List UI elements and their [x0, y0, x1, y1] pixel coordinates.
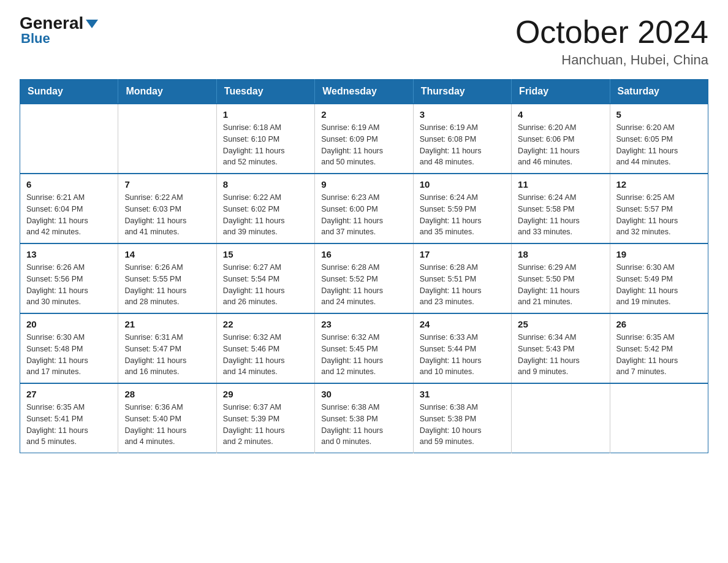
day-info: Sunrise: 6:20 AM Sunset: 6:05 PM Dayligh…: [616, 122, 702, 168]
day-number: 12: [616, 179, 702, 190]
day-number: 14: [124, 249, 210, 259]
day-info: Sunrise: 6:38 AM Sunset: 5:38 PM Dayligh…: [321, 402, 406, 448]
day-number: 17: [420, 249, 505, 259]
day-number: 6: [26, 179, 112, 190]
logo: General Blue: [20, 15, 98, 47]
calendar-day-cell: 15Sunrise: 6:27 AM Sunset: 5:54 PM Dayli…: [216, 243, 314, 313]
calendar-day-cell: 26Sunrise: 6:35 AM Sunset: 5:42 PM Dayli…: [610, 313, 708, 383]
calendar-day-cell: 9Sunrise: 6:23 AM Sunset: 6:00 PM Daylig…: [315, 174, 413, 243]
day-of-week-header: Wednesday: [315, 80, 413, 104]
day-info: Sunrise: 6:28 AM Sunset: 5:52 PM Dayligh…: [321, 262, 406, 308]
day-number: 1: [223, 109, 308, 120]
day-info: Sunrise: 6:30 AM Sunset: 5:49 PM Dayligh…: [616, 262, 702, 308]
calendar-day-cell: [512, 383, 610, 453]
day-number: 16: [321, 249, 406, 259]
calendar-day-cell: 4Sunrise: 6:20 AM Sunset: 6:06 PM Daylig…: [512, 104, 610, 174]
day-number: 11: [518, 179, 603, 190]
day-number: 29: [223, 389, 308, 399]
logo-blue-text: Blue: [21, 31, 50, 47]
calendar-day-cell: 14Sunrise: 6:26 AM Sunset: 5:55 PM Dayli…: [118, 243, 216, 313]
day-info: Sunrise: 6:23 AM Sunset: 6:00 PM Dayligh…: [321, 192, 406, 238]
calendar-day-cell: 28Sunrise: 6:36 AM Sunset: 5:40 PM Dayli…: [118, 383, 216, 453]
day-info: Sunrise: 6:35 AM Sunset: 5:42 PM Dayligh…: [616, 332, 702, 378]
calendar-day-cell: 6Sunrise: 6:21 AM Sunset: 6:04 PM Daylig…: [20, 174, 118, 243]
calendar-day-cell: 7Sunrise: 6:22 AM Sunset: 6:03 PM Daylig…: [118, 174, 216, 243]
calendar-week-row: 27Sunrise: 6:35 AM Sunset: 5:41 PM Dayli…: [20, 383, 708, 453]
day-info: Sunrise: 6:34 AM Sunset: 5:43 PM Dayligh…: [518, 332, 603, 378]
day-info: Sunrise: 6:30 AM Sunset: 5:48 PM Dayligh…: [26, 332, 112, 378]
calendar-title: October 2024: [515, 15, 708, 50]
day-info: Sunrise: 6:22 AM Sunset: 6:02 PM Dayligh…: [223, 192, 308, 238]
day-number: 18: [518, 249, 603, 259]
calendar-week-row: 1Sunrise: 6:18 AM Sunset: 6:10 PM Daylig…: [20, 104, 708, 174]
calendar-day-cell: 16Sunrise: 6:28 AM Sunset: 5:52 PM Dayli…: [315, 243, 413, 313]
calendar-day-cell: 30Sunrise: 6:38 AM Sunset: 5:38 PM Dayli…: [315, 383, 413, 453]
day-of-week-header: Friday: [512, 80, 610, 104]
day-info: Sunrise: 6:32 AM Sunset: 5:45 PM Dayligh…: [321, 332, 406, 378]
calendar-day-cell: 8Sunrise: 6:22 AM Sunset: 6:02 PM Daylig…: [216, 174, 314, 243]
page-header: General Blue October 2024 Hanchuan, Hube…: [20, 15, 708, 68]
day-info: Sunrise: 6:37 AM Sunset: 5:39 PM Dayligh…: [223, 402, 308, 448]
day-number: 30: [321, 389, 406, 399]
day-info: Sunrise: 6:32 AM Sunset: 5:46 PM Dayligh…: [223, 332, 308, 378]
day-number: 21: [124, 319, 210, 329]
calendar-week-row: 6Sunrise: 6:21 AM Sunset: 6:04 PM Daylig…: [20, 174, 708, 243]
day-info: Sunrise: 6:36 AM Sunset: 5:40 PM Dayligh…: [124, 402, 210, 448]
calendar-day-cell: 11Sunrise: 6:24 AM Sunset: 5:58 PM Dayli…: [512, 174, 610, 243]
calendar-day-cell: 12Sunrise: 6:25 AM Sunset: 5:57 PM Dayli…: [610, 174, 708, 243]
day-number: 26: [616, 319, 702, 329]
calendar-day-cell: 5Sunrise: 6:20 AM Sunset: 6:05 PM Daylig…: [610, 104, 708, 174]
day-number: 9: [321, 179, 406, 190]
calendar-day-cell: 17Sunrise: 6:28 AM Sunset: 5:51 PM Dayli…: [413, 243, 511, 313]
day-info: Sunrise: 6:31 AM Sunset: 5:47 PM Dayligh…: [124, 332, 210, 378]
day-info: Sunrise: 6:27 AM Sunset: 5:54 PM Dayligh…: [223, 262, 308, 308]
calendar-day-cell: 20Sunrise: 6:30 AM Sunset: 5:48 PM Dayli…: [20, 313, 118, 383]
calendar-day-cell: [20, 104, 118, 174]
day-number: 10: [420, 179, 505, 190]
day-info: Sunrise: 6:19 AM Sunset: 6:08 PM Dayligh…: [420, 122, 505, 168]
calendar-week-row: 13Sunrise: 6:26 AM Sunset: 5:56 PM Dayli…: [20, 243, 708, 313]
calendar-day-cell: [118, 104, 216, 174]
day-info: Sunrise: 6:29 AM Sunset: 5:50 PM Dayligh…: [518, 262, 603, 308]
calendar-day-cell: 13Sunrise: 6:26 AM Sunset: 5:56 PM Dayli…: [20, 243, 118, 313]
calendar-subtitle: Hanchuan, Hubei, China: [515, 52, 708, 68]
day-info: Sunrise: 6:24 AM Sunset: 5:59 PM Dayligh…: [420, 192, 505, 238]
day-number: 7: [124, 179, 210, 190]
day-info: Sunrise: 6:21 AM Sunset: 6:04 PM Dayligh…: [26, 192, 112, 238]
calendar-header: SundayMondayTuesdayWednesdayThursdayFrid…: [20, 80, 708, 104]
title-block: October 2024 Hanchuan, Hubei, China: [515, 15, 708, 68]
day-number: 13: [26, 249, 112, 259]
day-number: 22: [223, 319, 308, 329]
calendar-body: 1Sunrise: 6:18 AM Sunset: 6:10 PM Daylig…: [20, 104, 708, 453]
calendar-day-cell: 10Sunrise: 6:24 AM Sunset: 5:59 PM Dayli…: [413, 174, 511, 243]
calendar-day-cell: 29Sunrise: 6:37 AM Sunset: 5:39 PM Dayli…: [216, 383, 314, 453]
day-number: 25: [518, 319, 603, 329]
calendar-day-cell: 31Sunrise: 6:38 AM Sunset: 5:38 PM Dayli…: [413, 383, 511, 453]
day-number: 4: [518, 109, 603, 120]
calendar-day-cell: 18Sunrise: 6:29 AM Sunset: 5:50 PM Dayli…: [512, 243, 610, 313]
calendar-week-row: 20Sunrise: 6:30 AM Sunset: 5:48 PM Dayli…: [20, 313, 708, 383]
calendar-day-cell: 3Sunrise: 6:19 AM Sunset: 6:08 PM Daylig…: [413, 104, 511, 174]
day-info: Sunrise: 6:22 AM Sunset: 6:03 PM Dayligh…: [124, 192, 210, 238]
day-number: 5: [616, 109, 702, 120]
day-of-week-header: Monday: [118, 80, 216, 104]
day-info: Sunrise: 6:28 AM Sunset: 5:51 PM Dayligh…: [420, 262, 505, 308]
day-header-row: SundayMondayTuesdayWednesdayThursdayFrid…: [20, 80, 708, 104]
day-info: Sunrise: 6:20 AM Sunset: 6:06 PM Dayligh…: [518, 122, 603, 168]
day-of-week-header: Saturday: [610, 80, 708, 104]
day-of-week-header: Sunday: [20, 80, 118, 104]
day-number: 19: [616, 249, 702, 259]
logo-general-text: General: [20, 15, 98, 32]
calendar-day-cell: 21Sunrise: 6:31 AM Sunset: 5:47 PM Dayli…: [118, 313, 216, 383]
day-info: Sunrise: 6:38 AM Sunset: 5:38 PM Dayligh…: [420, 402, 505, 448]
day-info: Sunrise: 6:19 AM Sunset: 6:09 PM Dayligh…: [321, 122, 406, 168]
calendar-day-cell: 24Sunrise: 6:33 AM Sunset: 5:44 PM Dayli…: [413, 313, 511, 383]
day-number: 15: [223, 249, 308, 259]
day-number: 23: [321, 319, 406, 329]
calendar-table: SundayMondayTuesdayWednesdayThursdayFrid…: [20, 79, 708, 453]
calendar-day-cell: 25Sunrise: 6:34 AM Sunset: 5:43 PM Dayli…: [512, 313, 610, 383]
day-of-week-header: Thursday: [413, 80, 511, 104]
calendar-day-cell: 23Sunrise: 6:32 AM Sunset: 5:45 PM Dayli…: [315, 313, 413, 383]
day-number: 2: [321, 109, 406, 120]
day-info: Sunrise: 6:26 AM Sunset: 5:56 PM Dayligh…: [26, 262, 112, 308]
